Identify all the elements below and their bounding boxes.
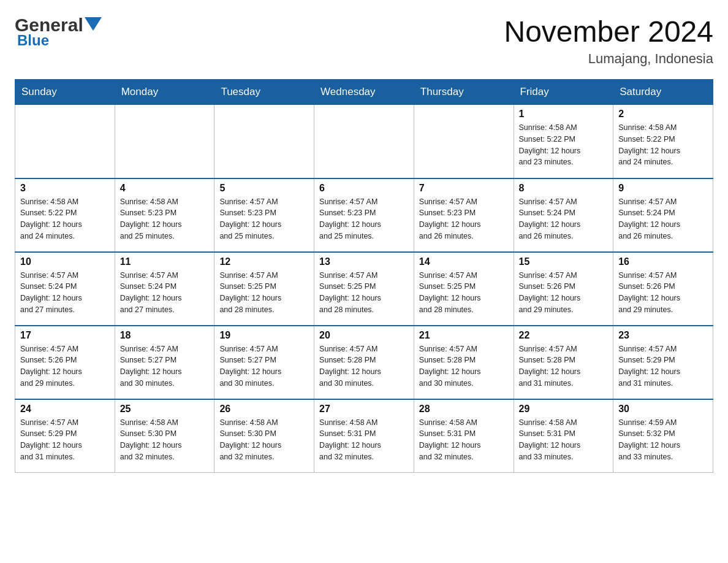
table-row [214,105,314,178]
table-row: 24Sunrise: 4:57 AM Sunset: 5:29 PM Dayli… [15,399,115,473]
table-row: 6Sunrise: 4:57 AM Sunset: 5:23 PM Daylig… [314,178,414,252]
day-info: Sunrise: 4:57 AM Sunset: 5:24 PM Dayligh… [618,196,708,242]
calendar-week-row: 3Sunrise: 4:58 AM Sunset: 5:22 PM Daylig… [15,178,713,252]
calendar-week-row: 17Sunrise: 4:57 AM Sunset: 5:26 PM Dayli… [15,326,713,399]
table-row: 28Sunrise: 4:58 AM Sunset: 5:31 PM Dayli… [414,399,514,473]
day-number: 14 [419,256,509,267]
calendar-header-row: Sunday Monday Tuesday Wednesday Thursday… [15,80,713,105]
table-row: 16Sunrise: 4:57 AM Sunset: 5:26 PM Dayli… [613,252,713,326]
day-info: Sunrise: 4:57 AM Sunset: 5:24 PM Dayligh… [20,270,110,316]
table-row: 1Sunrise: 4:58 AM Sunset: 5:22 PM Daylig… [514,105,613,178]
day-info: Sunrise: 4:57 AM Sunset: 5:25 PM Dayligh… [319,270,409,316]
table-row: 2Sunrise: 4:58 AM Sunset: 5:22 PM Daylig… [613,105,713,178]
table-row: 5Sunrise: 4:57 AM Sunset: 5:23 PM Daylig… [214,178,314,252]
day-number: 17 [20,330,110,341]
day-info: Sunrise: 4:57 AM Sunset: 5:23 PM Dayligh… [319,196,409,242]
table-row: 26Sunrise: 4:58 AM Sunset: 5:30 PM Dayli… [214,399,314,473]
logo-arrow-icon [85,17,102,34]
col-saturday: Saturday [613,80,713,105]
day-info: Sunrise: 4:57 AM Sunset: 5:26 PM Dayligh… [618,270,708,316]
day-number: 11 [120,256,210,267]
table-row: 11Sunrise: 4:57 AM Sunset: 5:24 PM Dayli… [115,252,214,326]
day-info: Sunrise: 4:58 AM Sunset: 5:22 PM Dayligh… [519,122,609,168]
table-row: 9Sunrise: 4:57 AM Sunset: 5:24 PM Daylig… [613,178,713,252]
table-row: 4Sunrise: 4:58 AM Sunset: 5:23 PM Daylig… [115,178,214,252]
day-info: Sunrise: 4:57 AM Sunset: 5:24 PM Dayligh… [120,270,210,316]
day-number: 15 [519,256,609,267]
day-info: Sunrise: 4:58 AM Sunset: 5:22 PM Dayligh… [20,196,110,242]
day-info: Sunrise: 4:58 AM Sunset: 5:30 PM Dayligh… [219,417,309,463]
day-number: 7 [419,183,509,194]
day-number: 24 [20,404,110,415]
day-number: 6 [319,183,409,194]
day-number: 2 [618,109,708,120]
day-number: 1 [519,109,609,120]
day-number: 5 [219,183,309,194]
location-subtitle: Lumajang, Indonesia [504,51,713,67]
day-number: 9 [618,183,708,194]
table-row: 30Sunrise: 4:59 AM Sunset: 5:32 PM Dayli… [613,399,713,473]
day-info: Sunrise: 4:57 AM Sunset: 5:28 PM Dayligh… [519,343,609,389]
col-friday: Friday [514,80,613,105]
day-info: Sunrise: 4:57 AM Sunset: 5:23 PM Dayligh… [219,196,309,242]
day-number: 20 [319,330,409,341]
table-row [314,105,414,178]
day-info: Sunrise: 4:57 AM Sunset: 5:29 PM Dayligh… [20,417,110,463]
day-info: Sunrise: 4:58 AM Sunset: 5:30 PM Dayligh… [120,417,210,463]
day-number: 12 [219,256,309,267]
day-info: Sunrise: 4:58 AM Sunset: 5:23 PM Dayligh… [120,196,210,242]
table-row: 7Sunrise: 4:57 AM Sunset: 5:23 PM Daylig… [414,178,514,252]
logo: General Blue [15,15,102,49]
day-number: 30 [618,404,708,415]
day-info: Sunrise: 4:59 AM Sunset: 5:32 PM Dayligh… [618,417,708,463]
day-info: Sunrise: 4:57 AM Sunset: 5:25 PM Dayligh… [219,270,309,316]
table-row: 25Sunrise: 4:58 AM Sunset: 5:30 PM Dayli… [115,399,214,473]
col-wednesday: Wednesday [314,80,414,105]
table-row: 27Sunrise: 4:58 AM Sunset: 5:31 PM Dayli… [314,399,414,473]
day-info: Sunrise: 4:57 AM Sunset: 5:25 PM Dayligh… [419,270,509,316]
day-number: 29 [519,404,609,415]
day-info: Sunrise: 4:58 AM Sunset: 5:31 PM Dayligh… [519,417,609,463]
table-row: 8Sunrise: 4:57 AM Sunset: 5:24 PM Daylig… [514,178,613,252]
day-number: 19 [219,330,309,341]
day-info: Sunrise: 4:58 AM Sunset: 5:22 PM Dayligh… [618,122,708,168]
table-row: 14Sunrise: 4:57 AM Sunset: 5:25 PM Dayli… [414,252,514,326]
page-header: General Blue November 2024 Lumajang, Ind… [15,15,713,67]
logo-blue-text: Blue [17,32,49,48]
table-row: 21Sunrise: 4:57 AM Sunset: 5:28 PM Dayli… [414,326,514,399]
day-number: 25 [120,404,210,415]
table-row: 3Sunrise: 4:58 AM Sunset: 5:22 PM Daylig… [15,178,115,252]
col-tuesday: Tuesday [214,80,314,105]
month-year-title: November 2024 [504,15,713,48]
day-number: 8 [519,183,609,194]
table-row: 12Sunrise: 4:57 AM Sunset: 5:25 PM Dayli… [214,252,314,326]
calendar-table: Sunday Monday Tuesday Wednesday Thursday… [15,79,713,473]
table-row: 17Sunrise: 4:57 AM Sunset: 5:26 PM Dayli… [15,326,115,399]
table-row: 18Sunrise: 4:57 AM Sunset: 5:27 PM Dayli… [115,326,214,399]
day-number: 18 [120,330,210,341]
table-row: 20Sunrise: 4:57 AM Sunset: 5:28 PM Dayli… [314,326,414,399]
day-info: Sunrise: 4:57 AM Sunset: 5:27 PM Dayligh… [120,343,210,389]
table-row: 22Sunrise: 4:57 AM Sunset: 5:28 PM Dayli… [514,326,613,399]
day-info: Sunrise: 4:57 AM Sunset: 5:23 PM Dayligh… [419,196,509,242]
col-thursday: Thursday [414,80,514,105]
calendar-week-row: 10Sunrise: 4:57 AM Sunset: 5:24 PM Dayli… [15,252,713,326]
day-info: Sunrise: 4:57 AM Sunset: 5:28 PM Dayligh… [319,343,409,389]
day-info: Sunrise: 4:58 AM Sunset: 5:31 PM Dayligh… [319,417,409,463]
table-row: 29Sunrise: 4:58 AM Sunset: 5:31 PM Dayli… [514,399,613,473]
day-number: 27 [319,404,409,415]
day-number: 22 [519,330,609,341]
calendar-week-row: 1Sunrise: 4:58 AM Sunset: 5:22 PM Daylig… [15,105,713,178]
day-info: Sunrise: 4:57 AM Sunset: 5:28 PM Dayligh… [419,343,509,389]
table-row: 13Sunrise: 4:57 AM Sunset: 5:25 PM Dayli… [314,252,414,326]
day-info: Sunrise: 4:58 AM Sunset: 5:31 PM Dayligh… [419,417,509,463]
table-row [15,105,115,178]
calendar-week-row: 24Sunrise: 4:57 AM Sunset: 5:29 PM Dayli… [15,399,713,473]
table-row: 15Sunrise: 4:57 AM Sunset: 5:26 PM Dayli… [514,252,613,326]
day-info: Sunrise: 4:57 AM Sunset: 5:26 PM Dayligh… [519,270,609,316]
table-row [115,105,214,178]
title-block: November 2024 Lumajang, Indonesia [504,15,713,67]
table-row: 10Sunrise: 4:57 AM Sunset: 5:24 PM Dayli… [15,252,115,326]
day-number: 16 [618,256,708,267]
table-row: 23Sunrise: 4:57 AM Sunset: 5:29 PM Dayli… [613,326,713,399]
